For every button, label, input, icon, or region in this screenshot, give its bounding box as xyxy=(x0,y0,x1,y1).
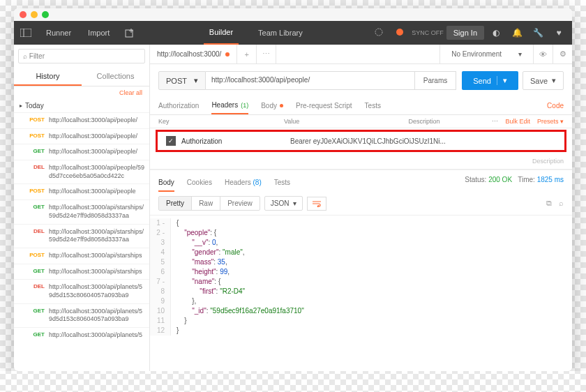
hdr-col-value: Value xyxy=(284,118,408,125)
history-item[interactable]: GEThttp://localhost:3000/api/starships xyxy=(14,264,149,280)
presets-link[interactable]: Presets ▾ xyxy=(537,118,564,125)
runner-button[interactable]: Runner xyxy=(38,21,80,45)
params-button[interactable]: Params xyxy=(415,71,456,90)
view-raw[interactable]: Raw xyxy=(192,197,220,210)
minimize-window-icon[interactable] xyxy=(31,11,38,18)
wrap-toggle[interactable] xyxy=(307,197,326,211)
history-item[interactable]: GEThttp://localhost:3000/api/planets/59d… xyxy=(14,303,149,327)
res-tab-body[interactable]: Body xyxy=(158,176,174,192)
req-tab-authorization[interactable]: Authorization xyxy=(158,97,199,114)
url-input[interactable]: http://localhost:3000/api/people/ xyxy=(206,71,415,90)
heart-icon[interactable]: ♥ xyxy=(550,28,568,38)
view-pretty[interactable]: Pretty xyxy=(159,197,192,210)
mac-traffic-lights xyxy=(14,8,572,21)
history-url: http://localhost:3000/api/planets/59d5d1… xyxy=(49,283,145,299)
tab-builder[interactable]: Builder xyxy=(204,21,239,45)
method-badge: POST xyxy=(27,252,45,258)
copy-icon[interactable]: ⧉ xyxy=(546,199,552,208)
tab-team-library[interactable]: Team Library xyxy=(253,21,308,45)
method-select[interactable]: POST ▾ xyxy=(158,71,206,90)
bell-icon[interactable]: 🔔 xyxy=(508,28,526,38)
wrench-icon[interactable]: 🔧 xyxy=(529,28,547,38)
search-response-icon[interactable]: ⌕ xyxy=(559,199,564,208)
body-dot-icon xyxy=(280,104,283,107)
method-badge: GET xyxy=(27,308,45,314)
line-number: 4 xyxy=(150,248,171,257)
close-window-icon[interactable] xyxy=(20,11,27,18)
sidebar-toggle-icon[interactable] xyxy=(14,21,38,45)
clear-all-link[interactable]: Clear all xyxy=(14,86,149,99)
history-url: http://localhost:3000/api/starships/59d5… xyxy=(49,204,145,220)
history-url: http://localhost:3000/api/planets/59d5d1… xyxy=(49,308,145,324)
history-item[interactable]: GEThttp://localhost:3000/api/planets/5 xyxy=(14,327,149,343)
header-checkbox[interactable]: ✓ xyxy=(166,136,176,146)
history-item[interactable]: POSThttp://localhost:3000/api/people/ xyxy=(14,128,149,144)
res-tab-cookies[interactable]: Cookies xyxy=(187,176,212,192)
req-tab-body[interactable]: Body xyxy=(261,97,283,114)
history-item[interactable]: GEThttp://localhost:3000/api/people/ xyxy=(14,144,149,160)
method-badge: GET xyxy=(27,204,45,210)
history-item[interactable]: DELhttp://localhost:3000/api/starships/5… xyxy=(14,224,149,248)
bulk-edit-link[interactable]: Bulk Edit xyxy=(505,118,530,125)
history-url: http://localhost:3000/api/people/ xyxy=(49,148,137,156)
line-number: 7 - xyxy=(150,277,171,287)
send-button[interactable]: Send ▾ xyxy=(462,71,518,90)
history-item[interactable]: POSThttp://localhost:3000/api/people/ xyxy=(14,112,149,128)
history-url: http://localhost:3000/api/starships/59d5… xyxy=(49,228,145,244)
history-item[interactable]: POSThttp://localhost:3000/api/people xyxy=(14,183,149,199)
history-url: http://localhost:3000/api/people/59d5d7c… xyxy=(49,164,145,180)
send-dropdown-icon[interactable]: ▾ xyxy=(497,76,507,85)
sidebar-tab-history[interactable]: History xyxy=(14,68,82,86)
history-item[interactable]: DELhttp://localhost:3000/api/planets/59d… xyxy=(14,279,149,303)
history-item[interactable]: DELhttp://localhost:3000/api/people/59d5… xyxy=(14,160,149,183)
globe-icon[interactable]: ◐ xyxy=(487,28,505,38)
header-row-empty[interactable]: Description xyxy=(150,153,572,169)
sidebar-tab-collections[interactable]: Collections xyxy=(82,68,149,86)
history-group[interactable]: Today xyxy=(14,99,149,112)
line-number: 9 xyxy=(150,296,171,306)
method-badge: POST xyxy=(27,188,45,194)
import-button[interactable]: Import xyxy=(80,21,118,45)
new-window-icon[interactable] xyxy=(118,21,142,45)
method-label: POST xyxy=(166,77,187,85)
response-body[interactable]: 1 -{2 - "people": {3 "__v": 0,4 "gender"… xyxy=(150,216,572,371)
req-tab-prereq[interactable]: Pre-request Script xyxy=(296,97,352,114)
history-url: http://localhost:3000/api/people/ xyxy=(49,116,137,125)
line-number: 10 xyxy=(150,306,171,316)
presets-label: Presets xyxy=(537,118,559,125)
code-line: "mass": 35, xyxy=(171,257,227,267)
new-tab-button[interactable]: + xyxy=(237,45,257,63)
env-settings-icon[interactable]: ⚙ xyxy=(553,45,572,63)
quick-look-icon[interactable]: 👁 xyxy=(533,45,553,63)
request-tab-title: http://localhost:3000/ xyxy=(157,50,221,58)
req-tab-tests[interactable]: Tests xyxy=(365,97,381,114)
method-badge: GET xyxy=(27,268,45,274)
code-line: "gender": "male", xyxy=(171,248,245,257)
environment-label: No Environment xyxy=(451,50,502,58)
maximize-window-icon[interactable] xyxy=(42,11,49,18)
more-icon[interactable]: ⋯ xyxy=(492,118,498,125)
res-tab-headers[interactable]: Headers (8) xyxy=(225,176,262,192)
header-row-authorization[interactable]: ✓ Authorization Bearer eyJ0eXAiOiJKV1QiL… xyxy=(156,130,566,152)
save-label: Save xyxy=(530,77,548,85)
history-item[interactable]: GEThttp://localhost:3000/api/starships/5… xyxy=(14,199,149,223)
history-item[interactable]: POSThttp://localhost:3000/api/starships xyxy=(14,248,149,264)
sign-in-button[interactable]: Sign In xyxy=(446,26,484,40)
code-line: "first": "R2-D4" xyxy=(171,287,245,296)
request-tab[interactable]: http://localhost:3000/ xyxy=(150,45,237,63)
code-link[interactable]: Code xyxy=(547,97,564,114)
history-url: http://localhost:3000/api/planets/5 xyxy=(49,331,142,340)
environment-select[interactable]: No Environment ▾ xyxy=(440,45,533,63)
res-tab-tests[interactable]: Tests xyxy=(274,176,290,192)
header-key[interactable]: Authorization xyxy=(181,137,290,145)
save-button[interactable]: Save ▾ xyxy=(523,71,564,90)
format-select[interactable]: JSON▾ xyxy=(264,196,303,211)
tab-menu-button[interactable]: ⋯ xyxy=(257,45,276,63)
line-number: 3 xyxy=(150,238,171,248)
header-value[interactable]: Bearer eyJ0eXAiOiJKV1QiLCJhbGciOiJSUzI1N… xyxy=(290,137,562,145)
filter-input[interactable]: ⌕ Filter xyxy=(18,49,145,63)
history-list: Today POSThttp://localhost:3000/api/peop… xyxy=(14,99,149,371)
sync-status-icon[interactable] xyxy=(370,27,388,39)
view-preview[interactable]: Preview xyxy=(220,197,260,210)
req-tab-headers[interactable]: Headers (1) xyxy=(211,97,248,114)
